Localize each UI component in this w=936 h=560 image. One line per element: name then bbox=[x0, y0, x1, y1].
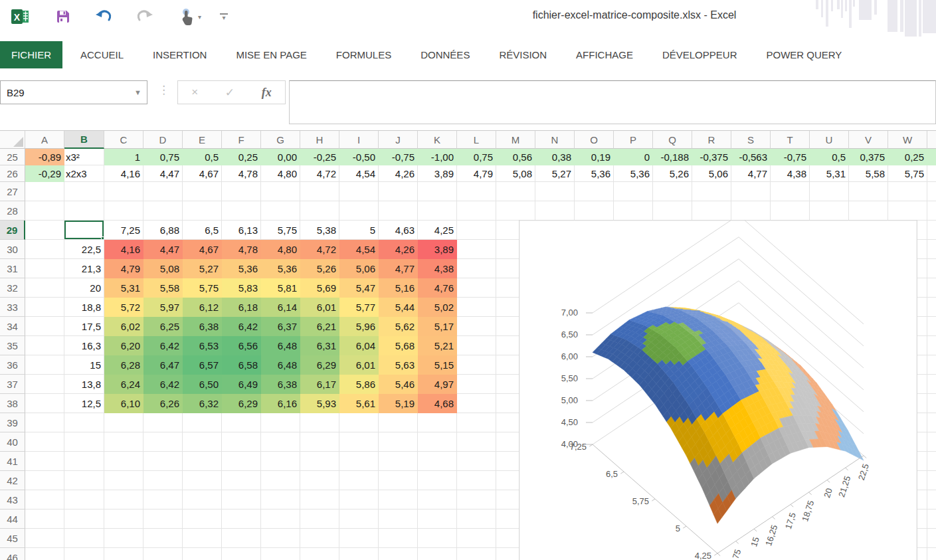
cell[interactable]: 4,25 bbox=[418, 221, 457, 240]
cell[interactable] bbox=[143, 182, 183, 201]
cell[interactable]: 0,75 bbox=[457, 149, 496, 165]
cell[interactable] bbox=[143, 413, 183, 432]
cell[interactable] bbox=[457, 278, 496, 298]
cell[interactable]: x3² bbox=[64, 149, 104, 165]
cell[interactable]: 5,77 bbox=[339, 298, 379, 317]
tab-power-query[interactable]: POWER QUERY bbox=[766, 41, 842, 68]
cell[interactable]: 5,75 bbox=[261, 221, 300, 240]
cell[interactable] bbox=[653, 182, 692, 201]
cell[interactable] bbox=[64, 490, 104, 510]
cell[interactable] bbox=[418, 452, 457, 471]
cell[interactable]: 4,38 bbox=[771, 165, 810, 182]
cell[interactable]: 6,29 bbox=[222, 394, 261, 413]
cell[interactable] bbox=[104, 510, 143, 529]
cell[interactable]: 5 bbox=[339, 221, 379, 240]
cell[interactable]: 6,10 bbox=[104, 394, 143, 413]
cell[interactable]: 5,97 bbox=[143, 298, 183, 317]
cell[interactable]: 4,26 bbox=[379, 165, 418, 182]
cell[interactable]: 15 bbox=[64, 355, 104, 375]
cell[interactable] bbox=[379, 529, 418, 548]
column-header-n[interactable]: N bbox=[535, 131, 575, 149]
cell-partial[interactable] bbox=[927, 259, 936, 278]
tab-fichier[interactable]: FICHIER bbox=[0, 41, 62, 68]
cell[interactable]: 6,25 bbox=[143, 317, 183, 336]
cell[interactable]: 4,78 bbox=[222, 240, 261, 259]
column-header-p[interactable]: P bbox=[614, 131, 653, 149]
cell-partial[interactable] bbox=[927, 394, 936, 413]
cell[interactable]: 5,15 bbox=[418, 355, 457, 375]
tab-insertion[interactable]: INSERTION bbox=[153, 41, 207, 68]
cell-partial[interactable] bbox=[927, 490, 936, 510]
column-header-f[interactable]: F bbox=[222, 131, 261, 149]
cell[interactable]: 6,32 bbox=[183, 394, 222, 413]
cell[interactable]: -0,89 bbox=[25, 149, 64, 165]
cell-partial[interactable] bbox=[927, 201, 936, 221]
cell[interactable]: 4,77 bbox=[731, 165, 771, 182]
cell[interactable] bbox=[339, 201, 379, 221]
cell[interactable] bbox=[25, 317, 64, 336]
cell[interactable] bbox=[339, 510, 379, 529]
cell[interactable]: 4,67 bbox=[183, 240, 222, 259]
cell-partial[interactable] bbox=[927, 471, 936, 490]
cell-partial[interactable] bbox=[927, 413, 936, 432]
cell[interactable] bbox=[261, 413, 300, 432]
cell[interactable]: 5,17 bbox=[418, 317, 457, 336]
fill-handle[interactable] bbox=[101, 236, 104, 240]
column-header-partial[interactable] bbox=[927, 131, 936, 149]
cell[interactable]: 4,54 bbox=[339, 165, 379, 182]
cell[interactable] bbox=[849, 201, 888, 221]
column-header-v[interactable]: V bbox=[849, 131, 888, 149]
cell[interactable]: 4,67 bbox=[183, 165, 222, 182]
cell[interactable] bbox=[64, 471, 104, 490]
cell[interactable] bbox=[64, 529, 104, 548]
cell[interactable] bbox=[457, 259, 496, 278]
cell[interactable]: 0,56 bbox=[496, 149, 535, 165]
cell[interactable]: 0,38 bbox=[535, 149, 575, 165]
cell[interactable] bbox=[300, 452, 339, 471]
row-header-37[interactable]: 37 bbox=[0, 375, 25, 394]
cell[interactable] bbox=[104, 182, 143, 201]
row-header-30[interactable]: 30 bbox=[0, 240, 25, 259]
cell[interactable] bbox=[849, 182, 888, 201]
redo-button[interactable] bbox=[135, 7, 155, 27]
cell[interactable]: 5,86 bbox=[339, 375, 379, 394]
cell[interactable] bbox=[418, 490, 457, 510]
tab-formules[interactable]: FORMULES bbox=[336, 41, 391, 68]
cell[interactable]: -0,75 bbox=[379, 149, 418, 165]
row-header-46[interactable]: 46 bbox=[0, 548, 25, 560]
row-header-29[interactable]: 29 bbox=[0, 221, 25, 240]
cell[interactable]: 5,08 bbox=[143, 259, 183, 278]
column-header-q[interactable]: Q bbox=[653, 131, 692, 149]
cell[interactable]: 6,42 bbox=[222, 317, 261, 336]
cell[interactable] bbox=[457, 317, 496, 336]
cell[interactable]: 5,31 bbox=[104, 278, 143, 298]
cell[interactable] bbox=[64, 452, 104, 471]
cell[interactable]: 0 bbox=[614, 149, 653, 165]
cell[interactable]: 6,48 bbox=[261, 336, 300, 355]
cell[interactable] bbox=[104, 548, 143, 560]
cell[interactable]: 4,47 bbox=[143, 165, 183, 182]
cell[interactable] bbox=[457, 375, 496, 394]
cell[interactable] bbox=[457, 413, 496, 432]
cell[interactable] bbox=[731, 182, 771, 201]
cell[interactable] bbox=[25, 375, 64, 394]
cell[interactable] bbox=[222, 471, 261, 490]
cell[interactable]: 5,16 bbox=[379, 278, 418, 298]
cell[interactable]: 1 bbox=[104, 149, 143, 165]
cell[interactable] bbox=[496, 182, 535, 201]
cell[interactable]: 7,25 bbox=[104, 221, 143, 240]
cell[interactable] bbox=[339, 432, 379, 452]
column-header-g[interactable]: G bbox=[261, 131, 300, 149]
cell[interactable]: 18,8 bbox=[64, 298, 104, 317]
cell[interactable] bbox=[183, 529, 222, 548]
cell[interactable] bbox=[457, 510, 496, 529]
cell[interactable] bbox=[261, 432, 300, 452]
column-header-j[interactable]: J bbox=[379, 131, 418, 149]
cell[interactable] bbox=[339, 413, 379, 432]
cell[interactable]: 22,5 bbox=[64, 240, 104, 259]
cell[interactable] bbox=[339, 490, 379, 510]
cell[interactable]: 6,57 bbox=[183, 355, 222, 375]
cell-partial[interactable] bbox=[927, 375, 936, 394]
tab-d-veloppeur[interactable]: DÉVELOPPEUR bbox=[662, 41, 737, 68]
cell[interactable] bbox=[653, 201, 692, 221]
